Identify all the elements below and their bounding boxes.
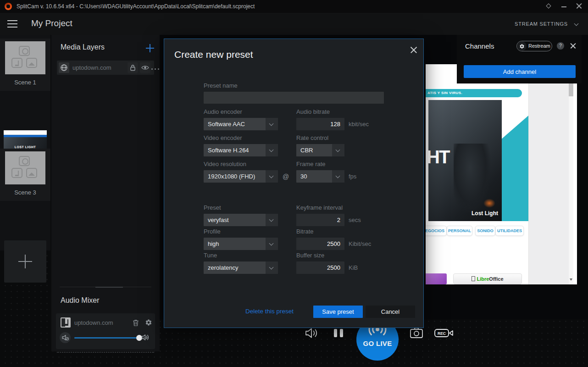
category-pill: UTILIDADES xyxy=(495,226,524,236)
pause-icon[interactable] xyxy=(334,329,344,337)
delete-preset-link[interactable]: Delete this preset xyxy=(224,308,294,315)
volume-slider[interactable] xyxy=(74,337,149,339)
scene-1-thumbnail[interactable] xyxy=(5,41,45,74)
image-placeholder-icon xyxy=(26,58,37,68)
chevron-down-icon xyxy=(266,118,278,130)
music-placeholder-icon xyxy=(11,58,22,68)
add-scene-button[interactable] xyxy=(4,240,46,283)
preset-name-input[interactable] xyxy=(204,92,384,104)
source-settings-gear-icon[interactable] xyxy=(145,319,152,326)
bitrate-input[interactable] xyxy=(296,238,344,250)
help-icon[interactable]: ? xyxy=(557,42,564,50)
app-card-thumbnail xyxy=(426,273,447,284)
web-layer-icon xyxy=(59,62,69,73)
restream-gear-icon xyxy=(517,41,527,51)
pin-window-icon[interactable] xyxy=(546,3,551,8)
chevron-down-icon[interactable] xyxy=(574,22,579,26)
add-layer-button[interactable] xyxy=(146,44,154,52)
libreoffice-label-green: Libre xyxy=(477,276,489,282)
rec-label: REC xyxy=(438,331,446,336)
profile-select[interactable]: high xyxy=(204,238,278,250)
add-channel-button[interactable]: Add channel xyxy=(464,65,576,78)
panel-divider xyxy=(60,287,151,287)
audio-encoder-label: Audio encoder xyxy=(204,108,242,115)
dialog-title: Create new preset xyxy=(174,49,253,60)
splitcam-logo-icon xyxy=(5,3,12,10)
snapshot-camera-icon[interactable] xyxy=(409,326,424,339)
stream-settings-button[interactable]: STREAM SETTINGS xyxy=(515,21,568,27)
close-channels-icon[interactable] xyxy=(570,43,577,49)
media-layers-title: Media Layers xyxy=(61,43,105,51)
libreoffice-label-dark: Office xyxy=(489,276,503,282)
game-caption: Lost Light xyxy=(472,210,498,217)
chevron-down-icon xyxy=(266,144,278,156)
audio-encoder-select[interactable]: Software AAC xyxy=(204,118,278,130)
tune-value: zerolatency xyxy=(208,264,238,271)
window-title: SplitCam v. 10.6.54 x64 - C:\Users\WDAGU… xyxy=(17,3,255,10)
video-encoder-value: Software H.264 xyxy=(208,147,249,154)
media-layers-panel: Media Layers uptodown.com xyxy=(51,35,160,351)
webpage-side-panel xyxy=(528,64,569,284)
layer-name: uptodown.com xyxy=(72,64,111,71)
frame-rate-unit: fps xyxy=(349,173,356,180)
chevron-down-icon xyxy=(266,170,278,183)
rate-control-label: Rate control xyxy=(296,134,328,141)
buffer-size-input[interactable] xyxy=(296,261,344,274)
audio-bitrate-input[interactable] xyxy=(296,118,344,130)
scene-1-card[interactable]: Scene 1 xyxy=(0,39,50,91)
teal-wedge-graphic xyxy=(502,116,528,221)
record-icon[interactable]: REC xyxy=(434,328,454,339)
frame-rate-select[interactable]: 30 xyxy=(296,170,344,183)
bitrate-unit: Kibit/sec xyxy=(349,240,371,247)
scene-3-thumbnail[interactable] xyxy=(5,151,45,184)
webcam-placeholder-icon xyxy=(19,156,30,166)
category-pill: SONIDO xyxy=(475,226,495,236)
preset-select[interactable]: veryfast xyxy=(204,214,278,226)
close-window-icon[interactable] xyxy=(576,3,582,9)
document-icon xyxy=(472,276,475,281)
game-ember-glow xyxy=(483,199,495,208)
keyframe-interval-input[interactable] xyxy=(296,214,344,226)
project-title: My Project xyxy=(31,18,72,28)
video-resolution-select[interactable]: 1920x1080 (FHD) xyxy=(204,170,278,183)
at-separator: @ xyxy=(283,173,289,180)
mini-browser-bar xyxy=(4,130,47,135)
mute-button[interactable] xyxy=(60,332,71,343)
media-layer-row[interactable]: uptodown.com xyxy=(57,61,154,75)
scene-label[interactable]: Scene 3 xyxy=(0,189,50,196)
go-live-label: GO LIVE xyxy=(356,339,399,347)
buffer-size-unit: KiB xyxy=(349,264,358,271)
video-encoder-label: Video encoder xyxy=(204,134,242,141)
menu-icon[interactable] xyxy=(7,20,17,28)
restream-label: Restream xyxy=(528,43,550,49)
window-title-bar: SplitCam v. 10.6.54 x64 - C:\Users\WDAGU… xyxy=(0,0,588,13)
profile-value: high xyxy=(208,240,219,247)
audio-mixer-title: Audio Mixer xyxy=(61,296,99,305)
frame-rate-label: Frame rate xyxy=(296,161,326,167)
lock-layer-button[interactable] xyxy=(128,62,138,73)
close-dialog-icon[interactable] xyxy=(410,46,417,54)
toggle-visibility-button[interactable] xyxy=(140,62,150,73)
video-resolution-label: Video resolution xyxy=(204,161,246,167)
rate-control-select[interactable]: CBR xyxy=(296,144,344,156)
tune-label: Tune xyxy=(204,252,217,259)
save-preset-button[interactable]: Save preset xyxy=(313,306,363,318)
profile-label: Profile xyxy=(204,228,221,235)
game-promo-image: HT Lost Light xyxy=(428,100,502,221)
buffer-size-label: Buffer size xyxy=(296,252,324,259)
scene-label[interactable]: Scene 1 xyxy=(0,79,50,86)
audio-toggle-icon[interactable] xyxy=(305,327,319,339)
video-encoder-select[interactable]: Software H.264 xyxy=(204,144,278,156)
speaker-muted-icon xyxy=(60,332,71,343)
category-pill: EGOCIOS xyxy=(426,226,447,236)
audio-encoder-value: Software AAC xyxy=(208,121,245,128)
create-preset-dialog: Create new preset Preset name Audio enco… xyxy=(164,39,423,328)
restream-button[interactable]: Restream xyxy=(516,41,552,51)
keyframe-interval-unit: secs xyxy=(349,217,361,223)
game-title-text: HT xyxy=(428,147,449,167)
scene-3-card[interactable]: Scene 3 xyxy=(0,149,50,201)
tune-select[interactable]: zerolatency xyxy=(204,261,278,274)
cancel-button[interactable]: Cancel xyxy=(366,306,415,318)
minimize-icon[interactable] xyxy=(561,6,566,7)
delete-source-icon[interactable] xyxy=(132,319,139,327)
